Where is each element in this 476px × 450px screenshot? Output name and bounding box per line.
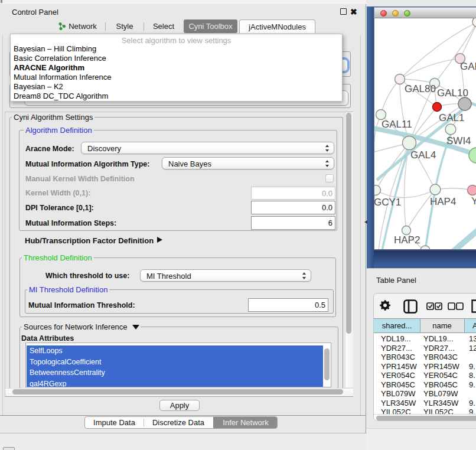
kernel-width-field[interactable]: 0.0 [251, 187, 335, 200]
table-cell[interactable]: YBL079W [423, 389, 458, 398]
content-border [2, 35, 3, 415]
attribute-list-item[interactable]: SelfLoops [27, 345, 323, 357]
zoom-traffic-light-icon[interactable] [404, 10, 410, 17]
settings-scrollbar-thumb[interactable] [346, 113, 351, 334]
algorithm-option[interactable]: ARACNE Algorithm [14, 63, 84, 73]
table-cell[interactable]: YDL19... [423, 334, 454, 343]
mi-steps-field[interactable]: 6 [251, 216, 335, 230]
hub-expand-arrow-icon[interactable] [157, 237, 162, 243]
table-column-header[interactable]: shared... [374, 319, 420, 332]
network-node[interactable] [395, 74, 405, 84]
table-cell[interactable]: YDR27... [381, 344, 412, 353]
network-node[interactable] [374, 185, 381, 195]
subtab-infer-network[interactable]: Infer Network [213, 417, 278, 429]
gear-icon[interactable] [380, 300, 390, 311]
network-edge-highlighted[interactable] [436, 227, 476, 250]
table-cell[interactable]: YBR043C [423, 353, 458, 361]
mi-threshold-label: Mutual Information Threshold: [28, 301, 135, 309]
network-edge[interactable] [374, 115, 381, 152]
network-node[interactable] [430, 184, 441, 195]
table-cell[interactable]: YLR345W [381, 399, 416, 407]
table-cell[interactable]: 12 [469, 344, 476, 353]
subtab-discretize-data[interactable]: Discretize Data [144, 417, 213, 429]
network-node-label: GAL [460, 61, 476, 72]
split-view-icon[interactable] [403, 299, 418, 314]
tab-select[interactable]: Select [148, 19, 179, 33]
table-cell[interactable]: 9. [469, 380, 475, 389]
split-divider-arrow-icon[interactable] [364, 220, 367, 224]
unchecked-boxes-icon[interactable] [448, 302, 464, 310]
dpi-tolerance-field[interactable]: 0.0 [251, 201, 335, 214]
table-panel-title: Table Panel [376, 276, 416, 285]
mi-threshold-field[interactable]: 0.5 [248, 298, 328, 312]
checked-boxes-icon[interactable] [426, 302, 442, 310]
algorithm-option[interactable]: Bayesian – Hill Climbing [14, 44, 96, 54]
table-cell[interactable]: 13 [469, 334, 476, 343]
network-tab-icon [58, 22, 66, 30]
minimize-traffic-light-icon[interactable] [392, 10, 399, 17]
network-edge[interactable] [460, 22, 476, 58]
network-node[interactable] [472, 18, 476, 27]
network-node[interactable] [403, 136, 416, 150]
table-cell[interactable]: YBR045C [381, 380, 415, 389]
network-node[interactable] [445, 124, 456, 135]
aracne-mode-combobox[interactable]: Discovery [81, 142, 334, 154]
docked-panel-icon[interactable] [3, 447, 15, 450]
attribute-list-item[interactable]: TopologicalCoefficient [27, 357, 323, 368]
tab-network[interactable]: Network [57, 19, 100, 33]
network-window-titlebar[interactable] [374, 7, 476, 18]
network-node[interactable] [458, 97, 471, 110]
network-node[interactable] [420, 246, 430, 250]
table-cell[interactable]: YDR27... [423, 344, 455, 353]
table-cell[interactable]: 8. [469, 371, 475, 380]
tab-jactivemnodules[interactable]: jActiveMNodules [239, 19, 315, 33]
float-window-icon[interactable] [340, 8, 347, 15]
network-node[interactable] [433, 103, 442, 112]
network-node[interactable] [469, 148, 476, 163]
table-cell[interactable]: YLR345W [423, 399, 458, 407]
mi-type-combobox[interactable]: Naive Bayes [162, 157, 334, 169]
table-cell[interactable]: YER054C [381, 371, 415, 380]
network-canvas[interactable]: GALGAL80GAL10GAL1GAL11SWI4GAL4YHAP4GCY1H… [374, 18, 476, 250]
which-threshold-value: MI Threshold [146, 271, 191, 280]
table-hscrollbar-track[interactable] [374, 414, 476, 421]
algorithm-option[interactable]: Bayesian – K2 [14, 82, 63, 92]
network-node[interactable] [376, 110, 386, 120]
table-hscrollbar-thumb[interactable] [376, 416, 476, 420]
attributes-scrollbar-thumb[interactable] [324, 348, 330, 380]
table-column-header[interactable]: name [420, 319, 464, 332]
network-edge[interactable] [381, 79, 400, 115]
table-column-header[interactable]: A [464, 319, 476, 332]
algorithm-option[interactable]: Dream8 DC_TDC Algorithm [14, 92, 108, 101]
tab-cyni-toolbox[interactable]: Cyni Toolbox [184, 19, 237, 33]
subtab-impute-data[interactable]: Impute Data [85, 417, 144, 429]
sources-collapse-arrow-icon[interactable] [132, 325, 139, 330]
tab-style[interactable]: Style [110, 19, 139, 33]
algorithm-option[interactable]: Mutual Information Inference [14, 73, 111, 82]
table-cell[interactable]: YPR145W [381, 362, 417, 371]
network-node[interactable] [468, 185, 476, 195]
table-cell[interactable]: YBL079W [381, 389, 416, 398]
table-cell[interactable]: YDL19... [381, 334, 411, 343]
which-threshold-combobox[interactable]: MI Threshold [140, 269, 311, 282]
table-cell[interactable]: YBR043C [381, 353, 415, 361]
table-cell[interactable]: 9. [469, 399, 475, 407]
table-cell[interactable]: YPR145W [423, 362, 459, 371]
algorithm-option[interactable]: Basic Correlation Inference [14, 54, 106, 63]
attribute-list-item[interactable]: gal4RGexp [27, 379, 323, 388]
table-cell[interactable]: YER054C [423, 371, 458, 380]
table-cell[interactable]: YBR045C [423, 380, 458, 389]
application-root: Control Panel ✖ NetworkStyleSelectCyni T… [0, 0, 476, 450]
attribute-list-item[interactable]: BetweennessCentrality [27, 367, 323, 379]
table-cell[interactable]: 9. [469, 362, 475, 371]
manual-kernel-checkbox[interactable] [325, 174, 334, 182]
subtab-separator [144, 419, 144, 426]
document-icon[interactable] [471, 299, 476, 313]
close-traffic-light-icon[interactable] [380, 10, 387, 17]
apply-button[interactable]: Apply [159, 400, 200, 411]
network-edge[interactable] [435, 22, 476, 83]
data-attributes-list[interactable]: gal4RGexpBetweennessCentralityTopologica… [25, 343, 331, 387]
settings-hscrollbar-thumb[interactable] [12, 389, 343, 394]
close-icon[interactable]: ✖ [350, 7, 357, 17]
network-node[interactable] [402, 226, 411, 235]
